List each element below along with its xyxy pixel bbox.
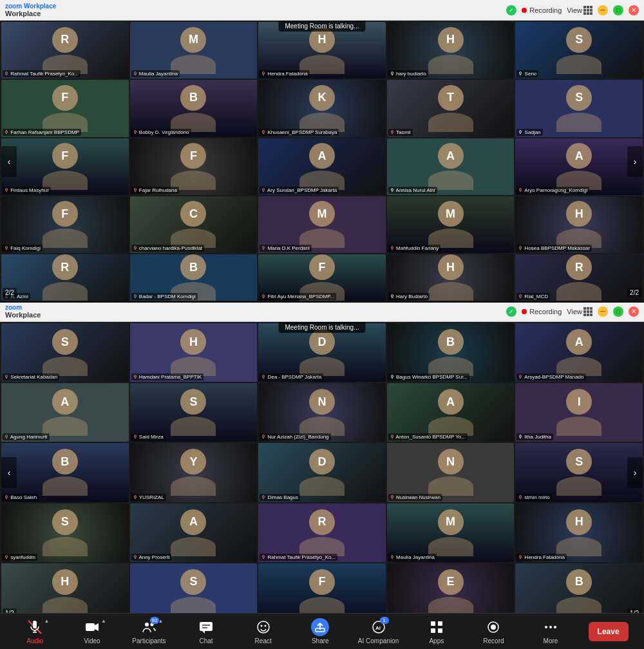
view-button-bottom[interactable]: View [567, 307, 592, 316]
participant-name: 🎙 Sekretariat Kabadan [3, 373, 59, 381]
video-cell[interactable]: S 🎙 Seno [515, 22, 643, 79]
minimize-button-top[interactable]: ─ [598, 5, 608, 15]
video-cell[interactable]: I 🎙 Itha Juditha [515, 383, 643, 442]
video-grid-bottom: S 🎙 Sekretariat Kabadan H 🎙 Hamdani Prat… [0, 322, 644, 623]
participant-name: 🎙 Bagus Winarko BPSDMP Sur... [388, 373, 469, 381]
video-cell[interactable]: B 🎙 Bagus Winarko BPSDMP Sur... [387, 323, 515, 382]
video-cell[interactable]: S 🎙 Said Mirza [130, 383, 258, 442]
video-cell[interactable]: S 🎙 stmin mirto [515, 443, 643, 502]
video-cell[interactable]: A 🎙 Arsyad-BPSDMP Manado [515, 323, 643, 382]
audio-button[interactable]: ▲ Audio [15, 618, 54, 644]
zoom-logo-bottom: zoom Workplace [5, 305, 41, 319]
video-cell[interactable]: N 🎙 Nur Azizah (Zizi)_Bandung [258, 383, 386, 442]
nav-prev-bottom[interactable]: ‹ [1, 457, 17, 488]
video-cell[interactable]: F 🎙 Farhan Rafsanjani BBPSDMP [1, 80, 129, 136]
video-cell[interactable]: A 🎙 Aryo Parnoragung_Komdigi [515, 138, 643, 195]
video-cell[interactable]: B 🎙 Bobby D. Virgiandono [130, 80, 258, 136]
nav-next-bottom[interactable]: › [627, 457, 643, 488]
workplace-text: Workplace [5, 10, 56, 17]
ai-companion-button[interactable]: AI 1 AI Companion [358, 618, 399, 644]
video-cell[interactable]: F 🎙 Faiq Komdigi [1, 196, 129, 253]
security-shield-icon-bottom: ✓ [506, 306, 516, 317]
react-button[interactable]: React [244, 618, 283, 644]
video-button[interactable]: ▲ Video [73, 618, 111, 644]
video-cell[interactable]: R 🎙 Rial_MCD [515, 254, 643, 301]
svg-rect-18 [316, 628, 325, 632]
nav-prev-top[interactable]: ‹ [1, 146, 17, 177]
svg-point-27 [545, 626, 547, 628]
video-cell[interactable]: S 🎙 Sadjan [515, 80, 643, 136]
video-cell[interactable]: D 🎙 Dimas Bagus [258, 443, 386, 502]
talking-banner-top: Meeting Room is talking... [278, 21, 365, 32]
video-caret[interactable]: ▲ [101, 618, 106, 624]
video-cell[interactable]: H 🎙 Hosea BBPSDMP Makassar [515, 196, 643, 253]
participants-button[interactable]: 92 ▲ Participants [129, 618, 168, 644]
video-cell[interactable]: H 🎙 hary budiarto [387, 22, 515, 79]
svg-rect-21 [431, 621, 435, 626]
view-button-top[interactable]: View [567, 6, 592, 15]
more-button[interactable]: More [531, 618, 570, 644]
chat-label: Chat [200, 637, 213, 644]
react-label: React [255, 637, 272, 644]
video-cell[interactable]: A 🎙 Anton_Susanto BPSDMP Yo... [387, 383, 515, 442]
participant-name: 🎙 Hendra Fatadona [516, 554, 567, 561]
participants-icon: 92 ▲ [140, 618, 158, 636]
chat-button[interactable]: Chat [187, 618, 225, 644]
participant-name: 🎙 Itha Juditha [516, 433, 553, 440]
video-cell[interactable]: H 🎙 Hamdani Pratama_BPPTIK [130, 323, 258, 382]
participant-name: 🎙 Khusaeni_BPSDMP Surabaya [260, 129, 339, 136]
audio-caret[interactable]: ▲ [44, 618, 49, 624]
participant-name: 🎙 Maria D.K Perdani [260, 245, 312, 252]
video-cell[interactable]: M 🎙 Maulia Jayantina [387, 503, 515, 562]
video-label: Video [84, 637, 100, 644]
svg-point-26 [491, 625, 496, 630]
video-cell[interactable]: R 🎙 Rahmat Taufik Prasetyo_Ko... [1, 22, 129, 79]
participant-name: 🎙 Farhan Rafsanjani BBPSDMP [3, 129, 81, 136]
video-cell[interactable]: T 🎙 Tasmil [387, 80, 515, 136]
maximize-button-top[interactable]: □ [613, 5, 623, 15]
close-button-top[interactable]: ✕ [629, 5, 639, 15]
nav-next-top[interactable]: › [627, 146, 643, 177]
video-cell[interactable]: K 🎙 Khusaeni_BPSDMP Surabaya [258, 80, 386, 136]
video-cell[interactable]: A 🎙 Anny Proserti [130, 503, 258, 562]
participants-caret[interactable]: ▲ [158, 618, 164, 624]
maximize-button-bottom[interactable]: □ [613, 306, 623, 317]
apps-button[interactable]: Apps [417, 618, 456, 644]
video-cell[interactable]: R 🎙 Rahmat Taufik Prasetyo_Ko... [258, 503, 386, 562]
view-label: View [567, 6, 582, 14]
video-cell[interactable]: M 🎙 Mahfuddin Fanany [387, 196, 515, 253]
video-cell[interactable]: M 🎙 Maulia Jayantina [130, 22, 258, 79]
video-cell[interactable]: Y 🎙 YUSRIZAL [130, 443, 258, 502]
minimize-button-bottom[interactable]: ─ [598, 306, 608, 317]
video-cell[interactable]: H 🎙 Hendra Fatadona [515, 503, 643, 562]
video-cell[interactable]: S 🎙 Sekretariat Kabadan [1, 323, 129, 382]
view-label-bottom: View [567, 308, 582, 315]
svg-point-14 [264, 625, 266, 627]
video-cell[interactable]: B 🎙 Baso Saleh [1, 443, 129, 502]
close-button-bottom[interactable]: ✕ [629, 306, 639, 317]
participant-name: 🎙 Sadjan [516, 129, 542, 136]
recording-text-top: Recording [529, 6, 562, 14]
video-cell[interactable]: R 🎙 R. Azmi [1, 254, 129, 301]
record-button[interactable]: Record [474, 618, 513, 644]
video-cell[interactable]: S 🎙 syarifuddin [1, 503, 129, 562]
share-button[interactable]: Share [301, 618, 339, 644]
grid-view-icon-bottom [583, 307, 592, 316]
video-cell[interactable]: M 🎙 Maria D.K Perdani [258, 196, 386, 253]
participant-name: 🎙 Bobby D. Virgiandono [131, 129, 191, 136]
recording-dot [522, 8, 527, 13]
participant-name: 🎙 Fitri Ayu Meriana_BPSDMP... [260, 293, 336, 300]
video-cell[interactable]: F 🎙 Fitri Ayu Meriana_BPSDMP... [258, 254, 386, 301]
video-cell[interactable]: F 🎙 Firdaus Masyhur [1, 138, 129, 195]
participant-name: 🎙 Faiq Komdigi [3, 245, 43, 252]
ai-companion-icon: AI 1 [370, 618, 388, 636]
leave-button[interactable]: Leave [589, 622, 629, 641]
video-cell[interactable]: H 🎙 Hary Budiarto [387, 254, 515, 301]
video-cell[interactable]: B 🎙 Badar - BPSDM Komdigi [130, 254, 258, 301]
video-cell[interactable]: A 🎙 Agung Harimurti [1, 383, 129, 442]
video-cell[interactable]: F 🎙 Fajar Rulhudana [130, 138, 258, 195]
video-cell[interactable]: N 🎙 Nusirwan Nusirwan [387, 443, 515, 502]
video-cell[interactable]: A 🎙 Annisa Nurul Aini [387, 138, 515, 195]
video-cell[interactable]: A 🎙 Ary Sundari_BPSDMP Jakarta [258, 138, 386, 195]
video-cell[interactable]: C 🎙 charviano hardika-Pusdiklat [130, 196, 258, 253]
